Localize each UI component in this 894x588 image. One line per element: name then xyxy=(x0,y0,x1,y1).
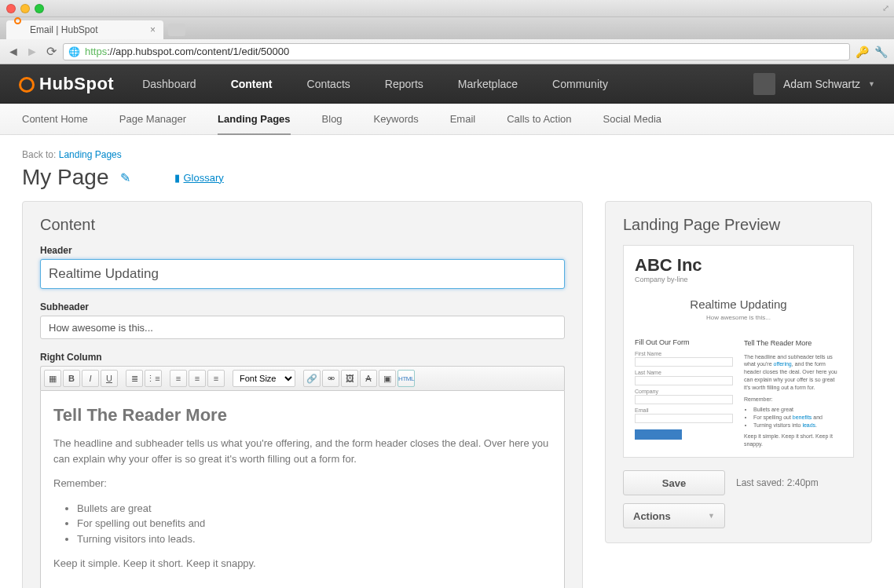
editor-closing: Keep it simple. Keep it short. Keep it s… xyxy=(53,556,551,572)
editor-remember: Remember: xyxy=(53,476,551,491)
breadcrumb-prefix: Back to: xyxy=(22,149,56,160)
toolbar-number-list-button[interactable]: ⋮≡ xyxy=(145,370,162,387)
chevron-down-icon: ▼ xyxy=(708,512,715,520)
toolbar-bullet-list-button[interactable]: ≣ xyxy=(126,370,143,387)
preview-right-heading: Tell The Reader More xyxy=(744,338,842,349)
toolbar-underline-button[interactable]: U xyxy=(101,370,118,387)
editor-p1: The headline and subheader tells us what… xyxy=(53,436,551,466)
reload-button[interactable]: ⟳ xyxy=(44,44,58,59)
toolbar-html-button[interactable]: HTML xyxy=(398,370,415,387)
globe-icon: 🌐 xyxy=(68,46,80,57)
subnav-social-media[interactable]: Social Media xyxy=(603,104,661,133)
user-menu[interactable]: Adam Schwartz ▼ xyxy=(753,73,875,95)
preview-right-remember: Remember: xyxy=(744,396,842,404)
wrench-icon[interactable]: 🔧 xyxy=(874,46,888,58)
window-minimize-button[interactable] xyxy=(20,4,30,13)
toolbar-image-button[interactable]: 🖼 xyxy=(341,370,358,387)
subheader-input[interactable] xyxy=(40,316,565,339)
address-bar[interactable]: 🌐 https://app.hubspot.com/content/1/edit… xyxy=(63,43,850,60)
toolbar-media-button[interactable]: ▣ xyxy=(379,370,396,387)
editor-bullet-3: Turning visitors into leads. xyxy=(77,531,551,547)
preview-field-firstname xyxy=(635,357,733,367)
subnav-landing-pages[interactable]: Landing Pages xyxy=(218,104,290,135)
toolbar-link-button[interactable]: 🔗 xyxy=(303,370,321,387)
subnav-blog[interactable]: Blog xyxy=(322,104,343,133)
tab-close-icon[interactable]: × xyxy=(150,24,156,35)
preview-right-col: Tell The Reader More The headline and su… xyxy=(744,338,842,447)
actions-label: Actions xyxy=(633,510,671,522)
toolbar-italic-button[interactable]: I xyxy=(82,370,99,387)
subnav-email[interactable]: Email xyxy=(450,104,476,133)
breadcrumb-link[interactable]: Landing Pages xyxy=(59,149,122,160)
toolbar-align-center-button[interactable]: ≡ xyxy=(189,370,206,387)
preview-form-col: Fill Out Our Form First Name Last Name C… xyxy=(635,338,733,447)
subnav-page-manager[interactable]: Page Manager xyxy=(119,104,186,133)
page-content: Back to: Landing Pages My Page ✎ ▮ Gloss… xyxy=(0,135,894,588)
content-panel: Content Header Subheader Right Column ▦ … xyxy=(22,201,583,588)
book-icon: ▮ xyxy=(174,172,180,184)
nav-reports[interactable]: Reports xyxy=(385,78,423,90)
preview-hero-title: Realtime Updating xyxy=(635,298,842,311)
preview-field-lastname xyxy=(635,376,733,385)
hubspot-favicon xyxy=(14,24,25,35)
editor-bullet-2: For spelling out benefits and xyxy=(77,516,551,531)
window-close-button[interactable] xyxy=(6,4,16,13)
toolbar-font-size-select[interactable]: Font Size xyxy=(233,370,295,387)
preview-hero-sub: How awesome is this... xyxy=(635,314,842,321)
header-input[interactable] xyxy=(40,259,565,289)
new-tab-button[interactable] xyxy=(168,24,185,36)
subnav-calls-to-action[interactable]: Calls to Action xyxy=(507,104,571,133)
nav-dashboard[interactable]: Dashboard xyxy=(142,78,196,90)
preview-field-company-label: Company xyxy=(635,389,733,394)
nav-marketplace[interactable]: Marketplace xyxy=(458,78,518,90)
window-fullscreen-icon[interactable]: ⤢ xyxy=(882,3,889,13)
breadcrumb: Back to: Landing Pages xyxy=(22,149,872,160)
sub-nav: Content Home Page Manager Landing Pages … xyxy=(0,104,894,135)
rightcol-label: Right Column xyxy=(40,352,565,363)
subnav-content-home[interactable]: Content Home xyxy=(22,104,88,133)
preview-panel-title: Landing Page Preview xyxy=(623,216,854,234)
nav-community[interactable]: Community xyxy=(552,78,608,90)
glossary-link[interactable]: ▮ Glossary xyxy=(174,172,224,184)
sprocket-icon xyxy=(19,75,36,93)
toolbar-bold-button[interactable]: B xyxy=(63,370,80,387)
preview-field-lastname-label: Last Name xyxy=(635,370,733,375)
extensions-icon[interactable]: 🔑 xyxy=(855,46,869,58)
preview-field-company xyxy=(635,395,733,404)
preview-right-closing: Keep it simple. Keep it short. Keep it s… xyxy=(744,433,842,448)
user-name: Adam Schwartz xyxy=(783,78,860,90)
forward-button[interactable]: ► xyxy=(25,45,39,59)
preview-field-email xyxy=(635,414,733,423)
nav-contacts[interactable]: Contacts xyxy=(307,78,350,90)
toolbar-unlink-button[interactable]: ⚮ xyxy=(322,370,339,387)
editor-body[interactable]: Tell The Reader More The headline and su… xyxy=(40,390,565,588)
editor-toolbar: ▦ B I U ≣ ⋮≡ ≡ ≡ ≡ Font Size 🔗 ⚮ 🖼 xyxy=(40,366,565,390)
preview-canvas: ABC Inc Company by-line Realtime Updatin… xyxy=(623,245,854,458)
glossary-label: Glossary xyxy=(184,172,224,184)
actions-dropdown[interactable]: Actions ▼ xyxy=(623,503,725,528)
main-nav: HubSpot Dashboard Content Contacts Repor… xyxy=(0,64,894,104)
toolbar-clear-format-button[interactable]: A xyxy=(360,370,377,387)
page-title: My Page xyxy=(22,165,109,190)
tab-title: Email | HubSpot xyxy=(30,24,98,35)
url-protocol: https xyxy=(85,46,107,57)
url-path: ://app.hubspot.com/content/1/edit/50000 xyxy=(107,46,289,57)
preview-right-bullet-1: Bullets are great xyxy=(753,406,842,414)
back-button[interactable]: ◄ xyxy=(6,45,20,59)
subnav-keywords[interactable]: Keywords xyxy=(374,104,419,133)
edit-title-icon[interactable]: ✎ xyxy=(120,170,130,185)
content-panel-title: Content xyxy=(40,216,565,234)
toolbar-grid-icon[interactable]: ▦ xyxy=(44,370,61,387)
browser-tab-strip: Email | HubSpot × xyxy=(0,17,894,39)
toolbar-align-left-button[interactable]: ≡ xyxy=(170,370,187,387)
preview-byline: Company by-line xyxy=(635,276,842,283)
browser-tab[interactable]: Email | HubSpot × xyxy=(6,20,163,39)
window-maximize-button[interactable] xyxy=(35,4,44,13)
nav-content[interactable]: Content xyxy=(231,78,273,90)
preview-field-email-label: Email xyxy=(635,407,733,413)
hubspot-logo[interactable]: HubSpot xyxy=(19,74,114,94)
subheader-label: Subheader xyxy=(40,301,565,312)
preview-right-bullet-2: For spelling out benefits and xyxy=(753,414,842,422)
save-button[interactable]: Save xyxy=(623,470,725,495)
toolbar-align-right-button[interactable]: ≡ xyxy=(207,370,225,387)
